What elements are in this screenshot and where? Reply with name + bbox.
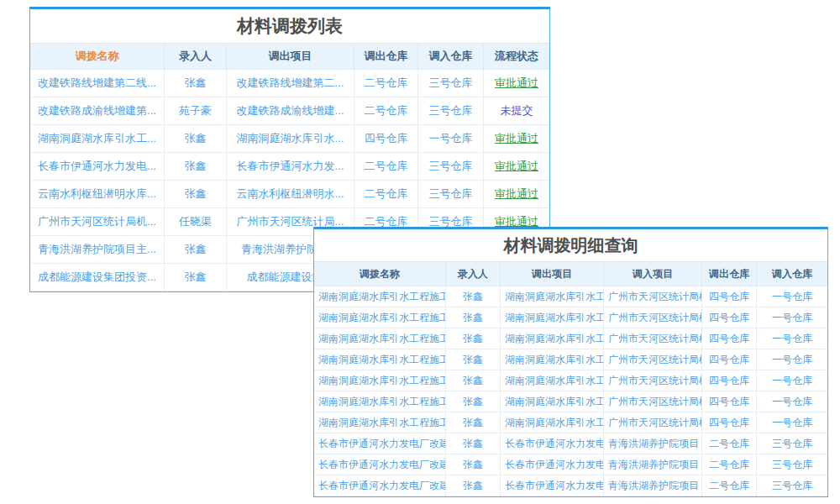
cell-status: 审批通过 [484, 181, 549, 207]
column-header-1: 调拨名称 [314, 262, 446, 286]
status-link[interactable]: 审批通过 [495, 76, 538, 89]
column-header-1[interactable]: 调拨名称 [30, 44, 165, 69]
table-row[interactable]: 长春市伊通河水力发电厂改建工张鑫长春市伊通河水力发电厂青海洪湖养护院项目二号仓库… [314, 454, 827, 475]
cell-in_project: 广州市天河区统计局机 [604, 391, 702, 412]
table-row[interactable]: 云南水利枢纽潜明水库...张鑫云南水利枢纽潜明水...二号仓库三号仓库审批通过 [30, 181, 549, 208]
cell-out_project: 长春市伊通河水力发电厂 [501, 475, 604, 496]
table-row[interactable]: 湖南洞庭湖水库引水工程施工I张鑫湖南洞庭湖水库引水工程广州市天河区统计局机四号仓… [314, 286, 827, 307]
cell-out_warehouse: 四号仓库 [702, 391, 757, 412]
table-row[interactable]: 长春市伊通河水力发电...张鑫长春市伊通河水力发...二号仓库三号仓库审批通过 [30, 153, 549, 181]
cell-out_project: 湖南洞庭湖水库引水工程 [501, 412, 604, 433]
cell-out_warehouse: 四号仓库 [702, 286, 757, 307]
cell-in_project: 青海洪湖养护院项目 [604, 454, 702, 475]
cell-name: 广州市天河区统计局机... [30, 208, 165, 235]
column-header-2[interactable]: 录入人 [165, 44, 227, 69]
cell-entered_by: 张鑫 [165, 125, 227, 152]
cell-out_project: 湖南洞庭湖水库引水工程 [501, 349, 604, 370]
cell-status: 审批通过 [484, 153, 549, 180]
cell-in_project: 广州市天河区统计局机 [604, 370, 702, 391]
cell-in_warehouse: 一号仓库 [418, 125, 484, 152]
table-row[interactable]: 湖南洞庭湖水库引水工程施工I张鑫湖南洞庭湖水库引水工程广州市天河区统计局机四号仓… [314, 307, 827, 328]
column-header-5[interactable]: 调入仓库 [418, 44, 484, 69]
cell-name: 湖南洞庭湖水库引水工程施工I [314, 328, 446, 349]
cell-in_project: 青海洪湖养护院项目 [604, 433, 702, 454]
transfer-detail-title: 材料调拨明细查询 [314, 229, 827, 261]
cell-in_warehouse: 三号仓库 [757, 475, 827, 496]
cell-status: 未提交 [484, 97, 549, 124]
cell-name: 长春市伊通河水力发电厂改建工 [314, 475, 446, 496]
column-header-3[interactable]: 调出项目 [227, 44, 354, 69]
cell-entered_by: 张鑫 [165, 264, 227, 291]
table-row[interactable]: 湖南洞庭湖水库引水工程施工I张鑫湖南洞庭湖水库引水工程广州市天河区统计局机四号仓… [314, 328, 827, 349]
cell-entered_by: 张鑫 [165, 70, 227, 97]
cell-out_warehouse: 四号仓库 [702, 370, 757, 391]
table-row[interactable]: 长春市伊通河水力发电厂改建工张鑫长春市伊通河水力发电厂青海洪湖养护院项目二号仓库… [314, 433, 827, 454]
cell-in_warehouse: 一号仓库 [757, 370, 827, 391]
cell-in_project: 青海洪湖养护院项目 [604, 475, 702, 496]
transfer-detail-header-row: 调拨名称录入人调出项目调入项目调出仓库调入仓库 [314, 261, 827, 286]
cell-out_project: 改建铁路成渝线增建... [227, 97, 354, 124]
table-row[interactable]: 湖南洞庭湖水库引水工程施工I张鑫湖南洞庭湖水库引水工程广州市天河区统计局机四号仓… [314, 370, 827, 391]
column-header-2: 录入人 [446, 262, 501, 286]
column-header-6[interactable]: 流程状态 [484, 44, 549, 69]
cell-name: 湖南洞庭湖水库引水工程施工I [314, 412, 446, 433]
transfer-list-title: 材料调拨列表 [30, 9, 549, 43]
transfer-detail-body: 湖南洞庭湖水库引水工程施工I张鑫湖南洞庭湖水库引水工程广州市天河区统计局机四号仓… [314, 286, 827, 496]
table-row[interactable]: 湖南洞庭湖水库引水工...张鑫湖南洞庭湖水库引水...四号仓库一号仓库审批通过 [30, 125, 549, 153]
cell-entered_by: 张鑫 [446, 286, 501, 307]
cell-entered_by: 张鑫 [446, 328, 501, 349]
cell-out_project: 长春市伊通河水力发电厂 [501, 433, 604, 454]
cell-entered_by: 任晓渠 [165, 208, 227, 235]
transfer-list-header-row: 调拨名称录入人调出项目调出仓库调入仓库流程状态 [30, 43, 549, 70]
cell-in_project: 广州市天河区统计局机 [604, 307, 702, 328]
cell-name: 青海洪湖养护院项目主... [30, 236, 165, 263]
cell-name: 长春市伊通河水力发电厂改建工 [314, 433, 446, 454]
table-row[interactable]: 湖南洞庭湖水库引水工程施工I张鑫湖南洞庭湖水库引水工程广州市天河区统计局机四号仓… [314, 349, 827, 370]
status-link[interactable]: 审批通过 [495, 187, 538, 200]
table-row[interactable]: 长春市伊通河水力发电厂改建工张鑫长春市伊通河水力发电厂青海洪湖养护院项目二号仓库… [314, 475, 827, 496]
cell-entered_by: 张鑫 [446, 412, 501, 433]
column-header-5: 调出仓库 [702, 262, 757, 286]
cell-in_warehouse: 一号仓库 [757, 349, 827, 370]
cell-out_project: 湖南洞庭湖水库引水工程 [501, 307, 604, 328]
table-row[interactable]: 湖南洞庭湖水库引水工程施工I张鑫湖南洞庭湖水库引水工程广州市天河区统计局机四号仓… [314, 391, 827, 412]
cell-entered_by: 张鑫 [165, 153, 227, 180]
cell-out_project: 改建铁路线增建第二... [227, 70, 354, 97]
cell-out_project: 长春市伊通河水力发电厂 [501, 454, 604, 475]
column-header-4[interactable]: 调出仓库 [354, 44, 418, 69]
cell-in_warehouse: 一号仓库 [757, 286, 827, 307]
cell-out_warehouse: 二号仓库 [354, 181, 418, 207]
cell-name: 湖南洞庭湖水库引水工... [30, 125, 165, 152]
cell-out_project: 湖南洞庭湖水库引水工程 [501, 286, 604, 307]
cell-out_warehouse: 四号仓库 [702, 307, 757, 328]
status-link[interactable]: 审批通过 [495, 160, 538, 172]
cell-entered_by: 张鑫 [165, 181, 227, 207]
cell-in_warehouse: 一号仓库 [757, 307, 827, 328]
cell-in_warehouse: 三号仓库 [757, 433, 827, 454]
cell-out_project: 湖南洞庭湖水库引水工程 [501, 328, 604, 349]
cell-in_warehouse: 一号仓库 [757, 328, 827, 349]
cell-out_project: 长春市伊通河水力发... [227, 153, 354, 180]
cell-in_warehouse: 三号仓库 [757, 454, 827, 475]
cell-in_warehouse: 三号仓库 [418, 70, 484, 97]
cell-out_warehouse: 二号仓库 [354, 153, 418, 180]
cell-entered_by: 张鑫 [446, 307, 501, 328]
cell-out_warehouse: 二号仓库 [702, 433, 757, 454]
cell-in_warehouse: 三号仓库 [418, 181, 484, 207]
column-header-4: 调入项目 [604, 262, 702, 286]
cell-name: 云南水利枢纽潜明水库... [30, 181, 165, 207]
status-link[interactable]: 审批通过 [495, 132, 538, 144]
table-row[interactable]: 改建铁路成渝线增建第...苑子豪改建铁路成渝线增建...二号仓库三号仓库未提交 [30, 97, 549, 125]
cell-entered_by: 张鑫 [446, 391, 501, 412]
cell-out_warehouse: 四号仓库 [702, 412, 757, 433]
status-link[interactable]: 审批通过 [495, 215, 538, 228]
table-row[interactable]: 改建铁路线增建第二线...张鑫改建铁路线增建第二...二号仓库三号仓库审批通过 [30, 70, 549, 97]
table-row[interactable]: 湖南洞庭湖水库引水工程施工I张鑫湖南洞庭湖水库引水工程广州市天河区统计局机四号仓… [314, 412, 827, 433]
cell-entered_by: 张鑫 [446, 349, 501, 370]
cell-name: 成都能源建设集团投资... [30, 264, 165, 291]
cell-status: 审批通过 [484, 125, 549, 152]
column-header-6: 调入仓库 [757, 262, 827, 286]
cell-status: 审批通过 [484, 70, 549, 97]
cell-out_warehouse: 二号仓库 [354, 70, 418, 97]
column-header-3: 调出项目 [501, 262, 604, 286]
